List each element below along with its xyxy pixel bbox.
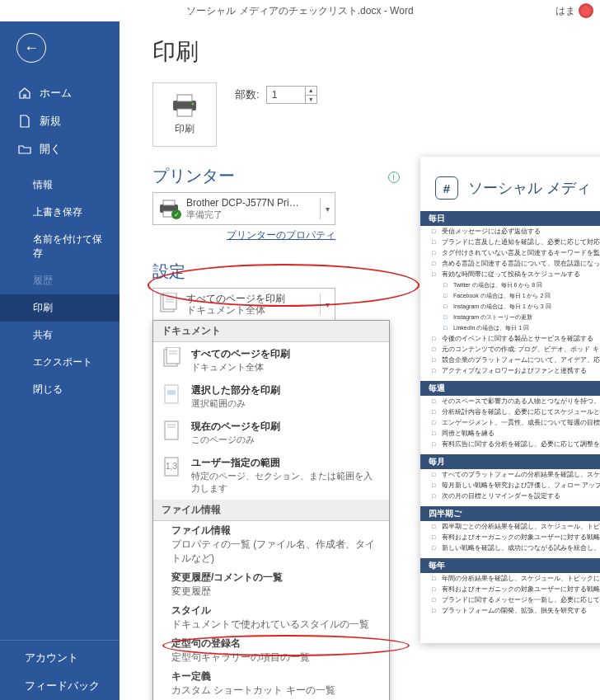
nav-share[interactable]: 共有 <box>0 322 120 349</box>
preview-bullet: アクティブなフォロワーおよびファンと連携する <box>420 365 600 376</box>
preview-bullet: 有料およびオーガニックの対象ユーザーに対する戦略の調 <box>420 532 600 543</box>
check-icon: ✓ <box>171 209 181 219</box>
nav-open[interactable]: 開く <box>0 135 120 163</box>
nav-saveas[interactable]: 名前を付けて保存 <box>0 226 120 267</box>
menu-section-document: ドキュメント <box>153 321 389 342</box>
menu-sub-0[interactable]: ファイル情報プロパティの一覧 (ファイル名、作成者、タイトルなど) <box>153 521 389 568</box>
new-doc-icon <box>18 115 31 128</box>
menu-item-0[interactable]: すべてのページを印刷ドキュメント全体 <box>153 342 389 378</box>
preview-bullet: 有料およびオーガニックの対象ユーザーに対する戦略的な <box>420 584 600 594</box>
printer-icon <box>170 94 199 117</box>
copies-down[interactable]: ▼ <box>305 96 316 104</box>
nav-export[interactable]: エクスポート <box>0 349 120 376</box>
preview-bullet: そのスペースで影響力のある人物とつながりを持つ。 <box>420 396 600 406</box>
user-avatar[interactable] <box>579 3 593 18</box>
svg-rect-13 <box>166 347 180 364</box>
preview-doc-title: ソーシャル メディ <box>468 178 591 198</box>
menu-item-3[interactable]: 1,3ユーザー指定の範囲特定のページ、セクション、または範囲を入力します <box>153 451 389 500</box>
menu-sub-4[interactable]: キー定義カスタム ショートカット キーの一覧 <box>153 667 389 700</box>
preview-bullet: 競合企業のプラットフォームについて、アイデア、応答、傾 <box>420 355 600 365</box>
preview-bullet: 含める言語と関連する言語について、現在話題になってい <box>420 258 600 269</box>
svg-text:1,3: 1,3 <box>166 462 177 471</box>
user-name: はま <box>555 4 575 18</box>
chevron-down-icon: ▾ <box>320 294 330 315</box>
copies-up[interactable]: ▲ <box>305 87 316 96</box>
printer-status-icon: ✓ <box>158 200 180 218</box>
preview-bullet-sub: Instagram のストーリーの更新 <box>420 312 600 322</box>
preview-bullet-sub: Facebook の場合は、毎日 1 から 2 回 <box>420 290 600 301</box>
info-icon[interactable]: i <box>388 171 400 183</box>
preview-bullet: 毎月新しい戦略を研究および評価し、フォロー アップの <box>420 480 600 491</box>
preview-bullet: 同僚と戦略を練る <box>420 428 600 439</box>
preview-bullet: 四半期ごとの分析結果を確認し、スケジュール、トピックに <box>420 521 600 532</box>
preview-bullet: ブランドに言及した通知を確認し、必要に応じて対応する <box>420 237 600 247</box>
document-title: ソーシャル メディアのチェックリスト.docx - Word <box>186 4 413 18</box>
nav-close[interactable]: 閉じる <box>0 376 120 403</box>
preview-bullet: プラットフォームの開発、拡張、損失を研究する <box>420 605 600 616</box>
nav-home[interactable]: ホーム <box>0 79 120 107</box>
preview-section: 毎年 <box>420 558 600 573</box>
menu-item-2[interactable]: 現在のページを印刷このページのみ <box>153 415 389 451</box>
printer-properties-link[interactable]: プリンターのプロパティ <box>152 228 335 242</box>
preview-bullet: 有効な時間帯に従って投稿をスケジュールする <box>420 269 600 280</box>
nav-history: 履歴 <box>0 267 120 294</box>
preview-bullet: エンゲージメント、一貫性、成長について毎週の目標を設 <box>420 417 600 428</box>
svg-rect-5 <box>163 200 175 205</box>
print-range-dropdown[interactable]: すべてのページを印刷 ドキュメント全体 ▾ <box>152 288 335 321</box>
preview-bullet: タグ付けされていない言及と関連するキーワードを監視し <box>420 247 600 258</box>
page-icon <box>162 383 183 406</box>
back-arrow-icon: ← <box>24 40 39 57</box>
preview-section: 毎週 <box>420 381 600 396</box>
preview-bullet: 今後のイベントに関する製品とサービスを確認する <box>420 333 600 344</box>
pages-icon <box>158 293 180 316</box>
preview-bullet-sub: LinkedIn の場合は、毎日 1 回 <box>420 322 600 333</box>
print-range-menu: ドキュメント すべてのページを印刷ドキュメント全体選択した部分を印刷選択範囲のみ… <box>152 320 390 700</box>
preview-section: 四半期ご <box>420 506 600 521</box>
preview-section: 毎月 <box>420 454 600 469</box>
chevron-down-icon: ▾ <box>320 198 330 219</box>
page-icon: 1,3 <box>162 456 183 479</box>
menu-sub-1[interactable]: 変更履歴/コメントの一覧変更履歴 <box>153 568 389 601</box>
preview-section: 毎日 <box>420 211 600 226</box>
print-button[interactable]: 印刷 <box>152 82 217 147</box>
nav-save[interactable]: 上書き保存 <box>0 199 120 226</box>
nav-new[interactable]: 新規 <box>0 107 120 135</box>
hash-icon: # <box>435 176 458 200</box>
svg-rect-8 <box>163 293 176 309</box>
menu-sub-3[interactable]: 定型句の登録名定型句ギャラリーの項目の一覧 <box>153 634 389 667</box>
printer-dropdown[interactable]: ✓ Brother DCP-J577N Pri… 準備完了 ▾ <box>152 192 335 225</box>
svg-point-3 <box>192 102 195 105</box>
menu-item-1[interactable]: 選択した部分を印刷選択範囲のみ <box>153 378 389 415</box>
preview-bullet: すべてのプラットフォームの分析結果を確認し、スケジュール <box>420 469 600 480</box>
page-icon <box>162 347 183 370</box>
preview-bullet: 有料広告に関する分析を確認し、必要に応じて調整を行 <box>420 439 600 449</box>
backstage-sidebar: ← ホーム 新規 開く 情報 上書き保存 名前を付けて保存 履歴 印刷 共有 エ… <box>0 21 120 700</box>
preview-bullet-sub: Instagram の場合は、毎日 1 から 3 回 <box>420 301 600 312</box>
nav-account[interactable]: アカウント <box>0 644 120 672</box>
svg-rect-18 <box>165 421 178 439</box>
nav-feedback[interactable]: フィードバック <box>0 672 120 700</box>
print-preview: # ソーシャル メディ 毎日受信メッセージには必ず返信するブランドに言及した通知… <box>420 157 600 643</box>
nav-print[interactable]: 印刷 <box>0 294 120 322</box>
page-title: 印刷 <box>152 36 600 68</box>
svg-rect-1 <box>177 95 192 101</box>
home-icon <box>18 87 31 100</box>
nav-info[interactable]: 情報 <box>0 171 120 199</box>
titlebar: ソーシャル メディアのチェックリスト.docx - Word はま <box>0 0 600 21</box>
open-folder-icon <box>18 143 31 156</box>
page-icon <box>162 420 183 443</box>
preview-bullet: ブランドに関するメッセージを一新し、必要に応じて調整を <box>420 594 600 605</box>
preview-bullet: 受信メッセージには必ず返信する <box>420 226 600 237</box>
back-button[interactable]: ← <box>16 33 46 63</box>
menu-sub-2[interactable]: スタイルドキュメントで使われているスタイルの一覧 <box>153 601 389 634</box>
copies-input[interactable]: 1 ▲ ▼ <box>266 86 317 104</box>
preview-bullet: 次の月の目標とリマインダーを設定する <box>420 491 600 501</box>
preview-bullet: 年間の分析結果を確認し、スケジュール、トピックに対する <box>420 573 600 584</box>
copies-label: 部数: <box>235 87 260 102</box>
preview-bullet: 新しい戦略を確認し、成功につながる試みを統合し、経 <box>420 543 600 553</box>
menu-section-fileinfo: ファイル情報 <box>153 500 389 521</box>
preview-bullet-sub: Twitter の場合は、毎日 6 から 8 回 <box>420 280 600 290</box>
preview-bullet: 分析統計内容を確認し、必要に応じてスケジュールとコン <box>420 406 600 417</box>
svg-rect-2 <box>177 109 192 116</box>
preview-bullet: 元のコンテンツでの作成: ブログ、ビデオ、ポッド キャストな <box>420 344 600 355</box>
